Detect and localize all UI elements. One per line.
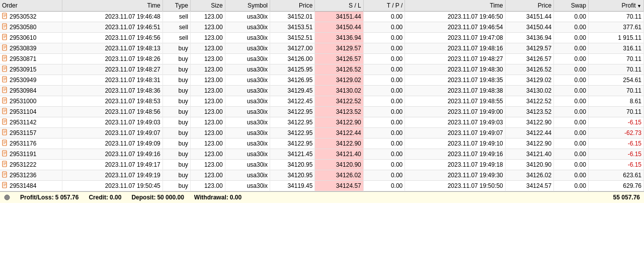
cell-time1: 2023.11.07 19:48:31 xyxy=(62,75,163,86)
cell-order: 29530984 xyxy=(0,86,62,96)
cell-sl: 34120.90 xyxy=(315,160,363,170)
cell-price2: 34126.57 xyxy=(505,54,553,64)
cell-symbol: usa30ix xyxy=(225,107,270,117)
cell-size: 123.00 xyxy=(190,170,225,181)
cell-sl: 34136.94 xyxy=(315,33,363,43)
cell-time1: 2023.11.07 19:49:16 xyxy=(62,149,163,160)
col-header-sl[interactable]: S / L xyxy=(315,0,363,12)
cell-time1: 2023.11.07 19:48:26 xyxy=(62,54,163,64)
col-header-size[interactable]: Size xyxy=(190,0,225,12)
svg-rect-0 xyxy=(3,13,7,19)
order-number: 29530610 xyxy=(10,34,36,41)
cell-profit: 623.61 xyxy=(588,170,643,181)
col-header-profit[interactable]: Profit xyxy=(588,0,643,12)
footer-deposit-label: Deposit: xyxy=(131,194,155,201)
cell-sl: 34151.44 xyxy=(315,12,363,22)
cell-tp: 0.00 xyxy=(363,138,405,149)
col-header-time1[interactable]: Time xyxy=(62,0,163,12)
svg-rect-20 xyxy=(3,66,7,72)
col-header-price1[interactable]: Price xyxy=(270,0,315,12)
cell-tp: 0.00 xyxy=(363,22,405,33)
footer-credit-value: 0.00 xyxy=(110,194,121,201)
cell-size: 123.00 xyxy=(190,138,225,149)
col-header-type[interactable]: Type xyxy=(163,0,190,12)
table-row: 29530984 2023.11.07 19:48:36buy123.00usa… xyxy=(0,86,644,96)
doc-icon xyxy=(2,108,8,116)
svg-rect-28 xyxy=(3,87,7,93)
svg-rect-40 xyxy=(3,119,7,124)
doc-icon xyxy=(2,150,8,158)
order-number: 29531104 xyxy=(10,108,36,115)
footer-circle-icon xyxy=(4,194,10,200)
cell-type: buy xyxy=(163,181,190,191)
cell-order: 29530839 xyxy=(0,43,62,54)
cell-type: buy xyxy=(163,170,190,181)
footer-withdrawal: Withdrawal: 0.00 xyxy=(194,194,242,201)
cell-order: 29530610 xyxy=(0,33,62,43)
order-number: 29531191 xyxy=(10,151,36,158)
cell-time2: 2023.11.07 19:49:10 xyxy=(405,138,505,149)
cell-sl: 34121.40 xyxy=(315,149,363,160)
col-header-tp[interactable]: T / P / xyxy=(363,0,405,12)
cell-size: 123.00 xyxy=(190,54,225,64)
cell-time1: 2023.11.07 19:48:27 xyxy=(62,64,163,75)
cell-size: 123.00 xyxy=(190,64,225,75)
cell-sl: 34126.52 xyxy=(315,64,363,75)
cell-order: 29531236 xyxy=(0,170,62,181)
doc-icon xyxy=(2,118,8,126)
doc-icon xyxy=(2,97,8,105)
doc-icon xyxy=(2,13,8,21)
cell-time2: 2023.11.07 19:48:30 xyxy=(405,64,505,75)
cell-time2: 2023.11.07 19:46:50 xyxy=(405,12,505,22)
cell-profit: -6.15 xyxy=(588,160,643,170)
cell-symbol: usa30ix xyxy=(225,22,270,33)
footer-profit-loss-label: Profit/Loss: xyxy=(20,194,54,201)
footer-credit-label: Credit: xyxy=(89,194,108,201)
cell-profit: -6.15 xyxy=(588,149,643,160)
cell-price1: 34126.00 xyxy=(270,54,315,64)
cell-profit: 316.11 xyxy=(588,43,643,54)
cell-sl: 34150.44 xyxy=(315,22,363,33)
col-header-swap[interactable]: Swap xyxy=(554,0,589,12)
svg-rect-52 xyxy=(3,151,7,156)
col-header-order[interactable]: Order xyxy=(0,0,62,12)
table-row: 29531191 2023.11.07 19:49:16buy123.00usa… xyxy=(0,149,644,160)
col-header-symbol[interactable]: Symbol xyxy=(225,0,270,12)
footer-profit-loss: Profit/Loss: 5 057.76 xyxy=(20,194,78,201)
col-header-price2[interactable]: Price xyxy=(505,0,553,12)
cell-symbol: usa30ix xyxy=(225,160,270,170)
cell-swap: 0.00 xyxy=(554,149,589,160)
svg-rect-56 xyxy=(3,161,7,167)
cell-profit: 377.61 xyxy=(588,22,643,33)
doc-icon xyxy=(2,44,8,52)
cell-type: buy xyxy=(163,107,190,117)
table-row: 29530532 2023.11.07 19:46:48sell123.00us… xyxy=(0,12,644,22)
cell-time2: 2023.11.07 19:49:03 xyxy=(405,117,505,128)
svg-rect-44 xyxy=(3,129,7,135)
cell-price1: 34125.95 xyxy=(270,64,315,75)
cell-swap: 0.00 xyxy=(554,54,589,64)
cell-order: 29531484 xyxy=(0,181,62,191)
cell-tp: 0.00 xyxy=(363,149,405,160)
cell-type: sell xyxy=(163,33,190,43)
footer-profit-loss-value: 5 057.76 xyxy=(55,194,79,201)
cell-profit: -6.15 xyxy=(588,117,643,128)
cell-symbol: usa30ix xyxy=(225,75,270,86)
doc-icon xyxy=(2,65,8,74)
footer-summary: Profit/Loss: 5 057.76 Credit: 0.00 Depos… xyxy=(4,194,242,201)
cell-price1: 34122.95 xyxy=(270,117,315,128)
cell-symbol: usa30ix xyxy=(225,12,270,22)
cell-swap: 0.00 xyxy=(554,43,589,54)
cell-swap: 0.00 xyxy=(554,64,589,75)
cell-size: 123.00 xyxy=(190,181,225,191)
cell-tp: 0.00 xyxy=(363,54,405,64)
table-row: 29531222 2023.11.07 19:49:17buy123.00usa… xyxy=(0,160,644,170)
cell-time1: 2023.11.07 19:48:53 xyxy=(62,96,163,107)
cell-size: 123.00 xyxy=(190,96,225,107)
svg-rect-32 xyxy=(3,98,7,103)
cell-price1: 34120.95 xyxy=(270,170,315,181)
cell-type: buy xyxy=(163,64,190,75)
order-number: 29530839 xyxy=(10,45,36,52)
col-header-time2[interactable]: Time xyxy=(405,0,505,12)
cell-symbol: usa30ix xyxy=(225,86,270,96)
